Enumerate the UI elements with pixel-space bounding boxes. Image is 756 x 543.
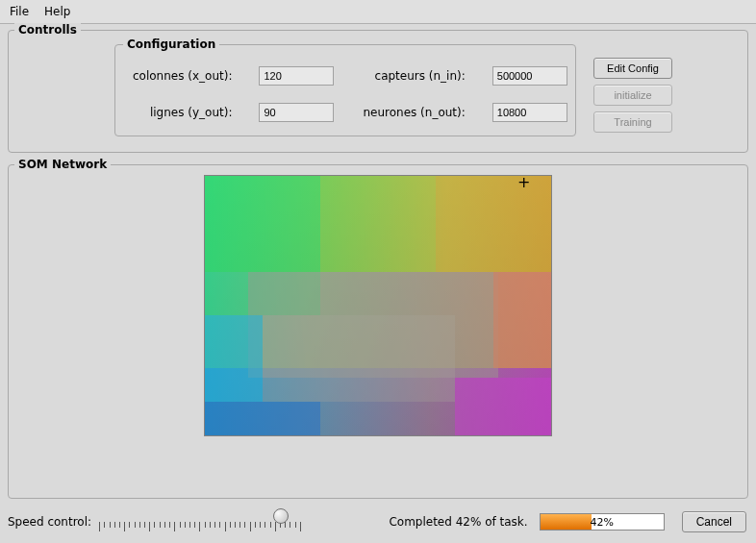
capteurs-label: capteurs (n_in): [363, 69, 465, 83]
controls-title: Controlls [14, 23, 81, 37]
menubar: File Help [0, 0, 756, 24]
configuration-panel: Configuration colonnes (x_out): capteurs… [114, 44, 576, 136]
svg-rect-8 [493, 272, 551, 368]
neurones-label: neurones (n_out): [363, 106, 465, 119]
capteurs-input[interactable] [492, 66, 567, 86]
lignes-label: lignes (y_out): [133, 106, 232, 119]
colonnes-input[interactable] [259, 66, 334, 86]
cancel-button[interactable]: Cancel [682, 511, 746, 532]
progress-label: 42% [541, 516, 664, 529]
speed-control-label: Speed control: [8, 515, 91, 529]
footer-bar: Speed control: Completed 42% of task. 42… [0, 503, 756, 543]
svg-rect-10 [205, 402, 320, 435]
svg-rect-9 [205, 315, 263, 402]
som-visualization [204, 175, 552, 436]
svg-rect-5 [320, 176, 436, 272]
training-button[interactable]: Training [593, 111, 672, 133]
edit-config-button[interactable]: Edit Config [593, 58, 672, 79]
configuration-title: Configuration [123, 37, 219, 51]
neurones-input[interactable] [492, 103, 567, 122]
config-button-column: Edit Config initialize Training [593, 58, 672, 133]
initialize-button[interactable]: initialize [593, 85, 672, 106]
progress-bar: 42% [540, 513, 665, 531]
lignes-input[interactable] [259, 103, 334, 122]
progress-text: Completed 42% of task. [389, 515, 527, 529]
svg-rect-11 [455, 378, 551, 435]
speed-slider[interactable] [99, 508, 301, 535]
svg-rect-12 [263, 315, 455, 402]
menu-file[interactable]: File [6, 3, 33, 20]
colonnes-label: colonnes (x_out): [133, 69, 232, 83]
controls-panel: Controlls Configuration colonnes (x_out)… [8, 30, 748, 153]
som-title: SOM Network [14, 158, 111, 171]
som-panel: SOM Network [8, 164, 748, 499]
svg-rect-6 [436, 176, 551, 272]
menu-help[interactable]: Help [40, 3, 74, 20]
